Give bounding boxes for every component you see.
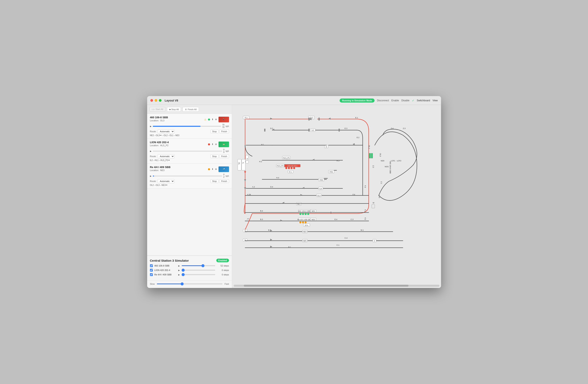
kph-label-2: kph [226, 150, 229, 152]
label-a2: A.2 [252, 186, 255, 188]
start-all-button[interactable]: ▷▷ Start All [149, 107, 166, 112]
train-name-1: 460 106-8 SBB [150, 116, 168, 119]
titlebar: Layout V8 Running in Simulation Mode Dis… [147, 96, 441, 105]
label-e3: E.3 [344, 128, 347, 129]
stop-button-1[interactable]: Stop [210, 130, 219, 133]
stop-all-button[interactable]: ■ Stop All [167, 107, 181, 112]
route-select-1[interactable]: Automatic [158, 129, 174, 133]
route-select-2[interactable]: Automatic [158, 154, 174, 158]
route-path-1: NE2→OL3⮕→OL2→OL1→NE3 [150, 134, 229, 136]
layout-canvas[interactable]: .track { stroke: #555; stroke-width: 2.5… [232, 105, 441, 288]
label-m2g: M2G [385, 166, 388, 168]
speed-slider[interactable] [157, 283, 223, 284]
junction-2 [308, 128, 310, 131]
speed-section: Slow Fast [147, 280, 232, 288]
maximize-button[interactable] [159, 99, 162, 102]
node-ol-left [237, 159, 241, 171]
train-card-3: Re 4/4 I 409 SBB Location: NE3 ⬇ ⊗ 🚄 ▶ [147, 164, 232, 189]
label-a34: A.34 [247, 193, 251, 195]
route-path-2: IL2→HL1→HLS_P2⮕ [150, 159, 229, 161]
label-a7: ↗7 [246, 218, 249, 220]
sidebar: ▷▷ Start All ■ Stop All ⏸ Finish All 460… [147, 105, 232, 288]
disconnect-button[interactable]: Disconnect [377, 99, 389, 102]
stop-icon-1: ⊗ [215, 118, 217, 121]
label-z3: Z.3 [403, 128, 405, 129]
canvas-inner: .track { stroke: #555; stroke-width: 2.5… [232, 105, 441, 288]
finish-all-button[interactable]: ⏸ Finish All [183, 107, 199, 112]
sim-checkbox-3[interactable] [150, 273, 153, 276]
label-ol-left: OL [238, 162, 240, 165]
route-label-2: Route: [150, 155, 156, 157]
label-f2: F.2 [364, 218, 366, 220]
fast-label: Fast [225, 283, 229, 285]
sim-checkbox-2[interactable] [150, 269, 153, 272]
finish-button-1[interactable]: Finish [219, 130, 229, 133]
sbb-dot-1 [299, 213, 301, 215]
sim-train-name-1: 460 106-8 SBB [154, 264, 177, 267]
sim-play-2[interactable]: ▶ [178, 269, 180, 271]
finish-button-3[interactable]: Finish [219, 179, 229, 183]
sim-slider-1[interactable] [182, 265, 215, 266]
simulator-status-badge: Enabled [216, 259, 229, 262]
label-d2: D.2 [270, 128, 273, 129]
label-z1: Z.1 [380, 181, 382, 184]
minimize-button[interactable] [155, 99, 157, 102]
speed-labels-2: 0 0 [223, 149, 225, 153]
label-ne4: NE4 [303, 231, 306, 233]
train-location-1: Location: OL3 [150, 119, 168, 122]
scrollbar-horizontal[interactable] [234, 285, 440, 287]
main-content: ▷▷ Start All ■ Stop All ⏸ Finish All 460… [147, 105, 441, 288]
sim-slider-2[interactable] [182, 270, 215, 271]
view-menu[interactable]: View [433, 99, 438, 102]
play-button-1[interactable]: ▶ [150, 125, 152, 128]
download-icon-3: ⬇ [212, 168, 213, 171]
stop-button-2[interactable]: Stop [210, 154, 219, 158]
switchboard-menu[interactable]: Switchboard [417, 99, 430, 102]
label-f1: F.1 [364, 210, 366, 212]
main-window: Layout V8 Running in Simulation Mode Dis… [147, 96, 441, 288]
sim-play-3[interactable]: ▶ [178, 274, 180, 276]
close-button[interactable] [150, 99, 153, 102]
route-label-1: Route: [150, 130, 156, 133]
speed-track-2 [153, 151, 222, 152]
label-10s: 10 s. [305, 224, 308, 226]
speed-track-3 [153, 175, 222, 176]
sim-train-name-3: Re 4/4 I 409 SBB [154, 273, 177, 276]
kph-label-1: kph [226, 125, 229, 128]
train-thumbnail-1: 🚂 [218, 117, 229, 122]
label-b3: B.3 [260, 218, 263, 220]
label-hs1: HS1 [330, 171, 333, 173]
label-h4: H.4 [276, 177, 279, 179]
finish-button-2[interactable]: Finish [219, 154, 229, 158]
label-h2: H.2 [259, 161, 262, 163]
disable-button[interactable]: Disable [401, 99, 410, 102]
route-select-3[interactable]: Automatic [158, 179, 174, 183]
speed-row-2: ▶ 0 0 kph [150, 149, 229, 153]
sim-train-row-1: 460 106-8 SBB ▶ 52 steps [150, 264, 229, 267]
speed-row-3: ▶ 0 2 kph [150, 173, 229, 178]
re-dot-1 [299, 221, 301, 223]
download-icon-1: ⬇ [212, 118, 213, 121]
status-dot-2 [208, 143, 210, 145]
status-dot-1 [208, 119, 210, 121]
signal-ol3-1 [369, 153, 371, 158]
label-e2: E.2 [357, 136, 359, 139]
route-actions-3: Stop Finish [210, 179, 229, 183]
slow-label: Slow [150, 283, 155, 285]
simulator-section: Central Station 3 Simulator Enabled 460 … [147, 256, 232, 280]
sim-play-1[interactable]: ▶ [178, 265, 180, 267]
label-lcf2: LCF2 [397, 160, 401, 162]
play-button-2[interactable]: ▶ [150, 150, 152, 152]
enable-button[interactable]: Enable [391, 99, 399, 102]
stop-icon-3: ⊗ [215, 168, 217, 171]
play-button-3[interactable]: ▶ [150, 175, 152, 177]
scrollbar-thumb[interactable] [244, 285, 408, 287]
sim-checkbox-1[interactable] [150, 264, 153, 267]
sbb-dot-3 [304, 213, 306, 215]
speed-bar-3 [153, 175, 222, 176]
sim-slider-3[interactable] [182, 274, 215, 275]
stop-button-3[interactable]: Stop [210, 179, 219, 183]
lion-dot-1 [285, 167, 287, 169]
speed-track-1 [153, 126, 221, 127]
track-diagram: .track { stroke: #555; stroke-width: 2.5… [232, 105, 441, 288]
